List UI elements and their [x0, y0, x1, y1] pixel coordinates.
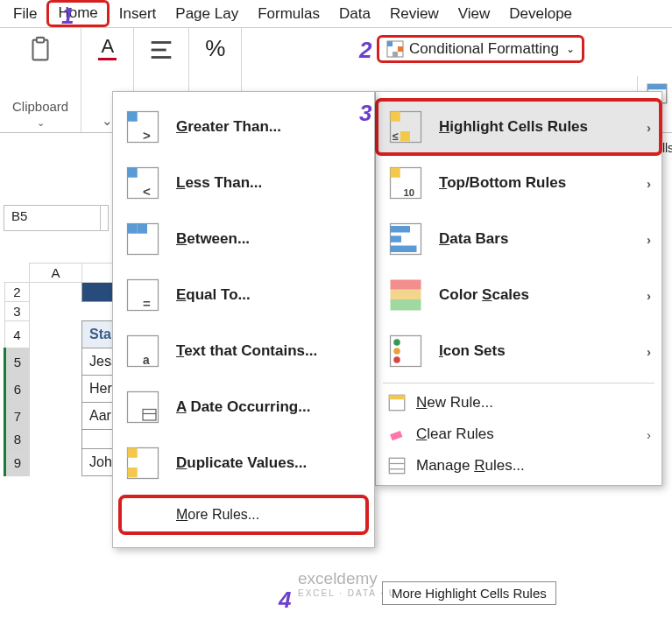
tab-data[interactable]: Data: [329, 0, 380, 27]
menu-top-bottom-rules[interactable]: 10 Top/Bottom Rules ›: [376, 155, 661, 211]
tab-insert[interactable]: Insert: [110, 0, 166, 27]
tooltip-more-highlight: More Highlight Cells Rules: [382, 581, 556, 605]
chevron-down-icon: ⌄: [566, 43, 575, 55]
clear-rules-icon: [388, 426, 406, 443]
svg-rect-52: [128, 448, 138, 458]
menu-data-bars[interactable]: Data Bars ›: [376, 211, 661, 267]
svg-rect-13: [400, 131, 410, 141]
menu-greater-than[interactable]: > Greater Than...: [113, 99, 374, 155]
highlight-rules-icon: ≤: [388, 109, 423, 144]
menu-icon-sets[interactable]: Icon Sets ›: [376, 323, 661, 379]
row-header[interactable]: 6: [5, 376, 30, 403]
svg-rect-23: [391, 290, 421, 299]
svg-rect-12: [391, 112, 400, 122]
row-header[interactable]: 8: [5, 430, 30, 449]
row-header[interactable]: 3: [5, 302, 30, 321]
svg-text:<: <: [143, 184, 151, 199]
svg-rect-30: [389, 395, 405, 399]
chevron-right-icon: ›: [647, 176, 651, 191]
date-occurring-icon: [125, 390, 160, 425]
between-icon: [125, 222, 160, 257]
svg-point-27: [393, 348, 400, 355]
svg-text:>: >: [143, 128, 151, 143]
name-box[interactable]: B5: [4, 206, 101, 230]
svg-rect-21: [391, 246, 417, 253]
svg-rect-16: [391, 168, 400, 178]
svg-rect-39: [128, 168, 138, 178]
chevron-right-icon: ›: [647, 288, 651, 303]
tab-home[interactable]: Home: [46, 0, 109, 27]
row-header[interactable]: 5: [5, 348, 30, 376]
tab-view[interactable]: View: [449, 0, 500, 27]
svg-rect-19: [391, 226, 411, 233]
tab-developer[interactable]: Develope: [499, 0, 582, 27]
text-contains-icon: a: [125, 334, 160, 369]
step-badge-1: 1: [61, 3, 74, 30]
watermark: exceldemy EXCEL · DATA · U: [298, 569, 397, 598]
svg-point-26: [393, 339, 400, 346]
greater-than-icon: >: [125, 109, 160, 144]
menu-date-occurring[interactable]: A Date Occurring...: [113, 379, 374, 435]
menu-manage-rules[interactable]: Manage Rules...: [376, 450, 661, 482]
conditional-formatting-menu: ≤ Highlight Cells Rules › 10 Top/Bottom …: [375, 91, 662, 486]
menu-between[interactable]: Between...: [113, 211, 374, 267]
col-header-a[interactable]: A: [30, 264, 82, 283]
tab-page-layout[interactable]: Page Lay: [166, 0, 248, 27]
chevron-right-icon: ›: [647, 427, 651, 442]
menu-duplicate-values[interactable]: Duplicate Values...: [113, 435, 374, 491]
svg-rect-6: [387, 41, 393, 46]
chevron-right-icon: ›: [647, 344, 651, 359]
tab-review[interactable]: Review: [380, 0, 449, 27]
row-header[interactable]: 7: [5, 403, 30, 430]
svg-rect-22: [391, 280, 421, 290]
menu-equal-to[interactable]: = Equal To...: [113, 267, 374, 323]
svg-rect-43: [138, 224, 147, 234]
icon-sets-icon: [388, 334, 423, 369]
font-color-icon[interactable]: A: [98, 35, 117, 60]
tab-file[interactable]: File: [4, 0, 46, 27]
conditional-formatting-button[interactable]: Conditional Formatting ⌄: [377, 35, 584, 63]
conditional-formatting-label: Conditional Formatting: [409, 40, 559, 58]
menu-text-contains[interactable]: a Text that Contains...: [113, 323, 374, 379]
svg-text:=: =: [143, 296, 151, 311]
less-than-icon: <: [125, 165, 160, 200]
menu-less-than[interactable]: < Less Than...: [113, 155, 374, 211]
step-badge-3: 3: [359, 100, 371, 127]
svg-rect-24: [391, 299, 421, 311]
svg-rect-42: [128, 224, 138, 234]
tab-formulas[interactable]: Formulas: [248, 0, 329, 27]
svg-rect-53: [128, 468, 138, 477]
row-header[interactable]: 4: [5, 321, 30, 348]
percent-icon[interactable]: %: [205, 35, 225, 62]
equal-to-icon: =: [125, 278, 160, 313]
group-clipboard: Clipboard⌄: [0, 28, 81, 132]
svg-text:a: a: [143, 354, 150, 367]
menu-new-rule[interactable]: New Rule...: [376, 387, 661, 419]
svg-rect-8: [393, 52, 398, 57]
row-header[interactable]: 2: [5, 283, 30, 302]
svg-rect-20: [391, 236, 402, 243]
top-bottom-icon: 10: [388, 165, 423, 200]
svg-rect-49: [143, 410, 156, 421]
conditional-formatting-icon: [386, 40, 404, 58]
align-icon[interactable]: [146, 35, 176, 65]
svg-point-28: [393, 356, 400, 363]
svg-rect-7: [398, 46, 403, 52]
svg-rect-31: [390, 431, 402, 440]
svg-rect-10: [647, 84, 667, 89]
svg-rect-36: [128, 112, 138, 122]
svg-rect-32: [389, 458, 405, 474]
clipboard-icon[interactable]: [25, 35, 55, 65]
step-badge-4: 4: [279, 587, 291, 614]
clipboard-label: Clipboard: [12, 99, 68, 114]
menu-highlight-cells-rules[interactable]: ≤ Highlight Cells Rules ›: [376, 99, 661, 155]
menu-color-scales[interactable]: Color Scales ›: [376, 267, 661, 323]
svg-rect-1: [37, 38, 45, 43]
duplicate-values-icon: [125, 446, 160, 481]
row-header[interactable]: 9: [5, 449, 30, 476]
menu-clear-rules[interactable]: Clear Rules ›: [376, 419, 661, 450]
color-scales-icon: [388, 278, 423, 313]
menu-more-rules[interactable]: More Rules...: [118, 495, 369, 535]
chevron-right-icon: ›: [647, 120, 651, 135]
step-badge-2: 2: [359, 37, 371, 64]
